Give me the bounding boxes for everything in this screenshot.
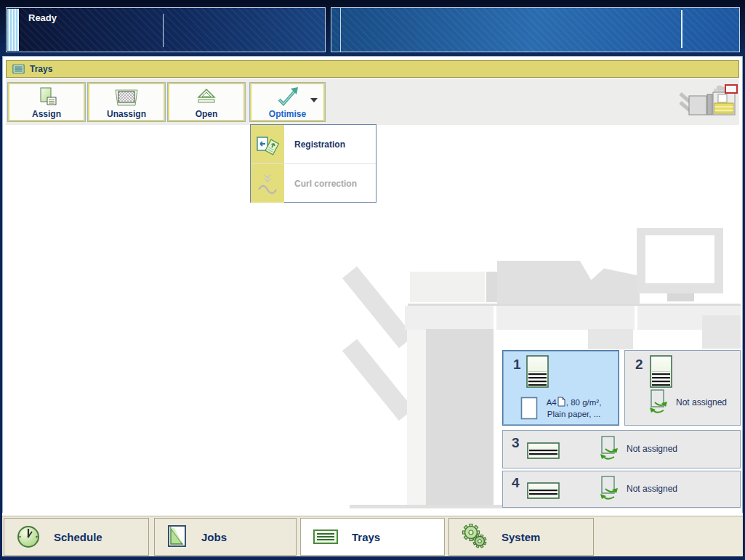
paper-stack-icon <box>650 355 673 389</box>
unassign-button-label: Unassign <box>107 109 146 119</box>
printer-feeder-arm-top <box>342 267 414 349</box>
status-panel-left: Ready <box>6 7 326 52</box>
optimise-button[interactable]: Optimise <box>250 83 325 121</box>
not-assigned-icon <box>599 435 619 463</box>
status-panel-divider <box>163 14 164 47</box>
printer-mid-patch <box>588 329 633 349</box>
registration-icon <box>256 133 279 156</box>
unassign-button[interactable]: Unassign <box>88 83 165 121</box>
not-assigned-icon <box>599 475 619 503</box>
tray-media-info: A4 , 80 g/m², Plain paper, ... <box>507 397 614 421</box>
printer-status-icon <box>677 83 738 119</box>
menu-item-label: Curl correction <box>294 179 357 189</box>
panel-title: Trays <box>30 64 52 74</box>
schedule-icon <box>16 524 41 549</box>
tab-label: System <box>502 531 540 543</box>
assign-button[interactable]: Assign <box>8 83 85 121</box>
tray-number: 4 <box>512 475 520 491</box>
trays-title-icon <box>12 64 25 74</box>
paper-stack-h-icon <box>527 442 560 460</box>
tray-status-label: Not assigned <box>627 484 677 494</box>
tray-number: 2 <box>635 357 643 373</box>
page-portrait-icon <box>520 397 538 420</box>
tray-panel-1[interactable]: 1 A4 <box>502 350 619 426</box>
curl-correction-icon <box>256 172 279 195</box>
tray-assignment: Not assigned <box>599 435 677 463</box>
optimise-icon <box>275 86 300 108</box>
status-stripes-decoration <box>7 9 19 51</box>
trays-tab-icon <box>313 527 339 547</box>
tray-assignment: Not assigned <box>599 475 677 503</box>
printer-top-box-divider <box>486 272 497 302</box>
tab-label: Schedule <box>54 531 102 543</box>
printer-right-block <box>702 315 741 349</box>
menu-item-label: Registration <box>294 139 345 150</box>
menu-icon-column <box>251 164 284 203</box>
open-button[interactable]: Open <box>168 83 245 121</box>
status-panel-right <box>331 7 740 52</box>
tab-label: Jobs <box>201 531 227 543</box>
tab-trays[interactable]: Trays <box>300 518 445 556</box>
media-size: A4 <box>547 398 557 407</box>
printer-monitor-stand <box>667 293 694 301</box>
printer-body-band <box>405 306 741 330</box>
unassign-icon <box>114 86 139 108</box>
menu-icon-column <box>251 125 284 163</box>
optimise-button-label: Optimise <box>269 109 306 119</box>
tray-panel-4[interactable]: 4 Not assigned <box>502 471 741 508</box>
tab-label: Trays <box>352 531 380 543</box>
assign-icon <box>35 86 58 108</box>
printer-engine-block <box>497 261 640 304</box>
status-panel-right-divider <box>681 10 682 48</box>
menu-item-curl-correction: Curl correction <box>251 163 376 203</box>
printer-band-gap <box>494 306 496 330</box>
panel-title-bar: Trays <box>6 60 739 78</box>
paper-stack-icon <box>526 355 549 389</box>
orientation-icon <box>557 397 565 407</box>
bottom-frame <box>0 556 745 560</box>
tray-panel-2[interactable]: 2 Not assigned <box>624 350 741 426</box>
status-panel-subdivider <box>340 8 341 52</box>
tray-status-label: Not assigned <box>676 397 727 407</box>
not-assigned-icon <box>648 389 669 416</box>
printer-column-light <box>407 306 426 508</box>
dropdown-caret-icon <box>310 98 318 102</box>
paper-stack-h-icon <box>527 482 560 500</box>
tab-schedule[interactable]: Schedule <box>4 518 149 556</box>
optimise-menu: Registration Curl correction <box>250 124 376 203</box>
printer-status-text: Ready <box>28 12 57 23</box>
status-bar: Ready <box>0 0 745 56</box>
menu-item-registration[interactable]: Registration <box>251 125 376 163</box>
media-weight: , 80 g/m², <box>566 398 602 407</box>
jobs-icon <box>166 524 188 549</box>
tab-system[interactable]: System <box>448 518 594 556</box>
trays-panel: Trays Assign Unassign <box>2 56 743 514</box>
tray-number: 3 <box>512 435 520 451</box>
printer-monitor <box>637 228 723 293</box>
printer-tower <box>426 329 494 508</box>
open-button-label: Open <box>196 109 218 119</box>
tray-panel-3[interactable]: 3 Not assigned <box>502 430 741 468</box>
system-gears-icon <box>461 524 488 550</box>
tray-status-label: Not assigned <box>627 444 677 454</box>
tab-bar: Schedule Jobs Trays <box>2 516 743 556</box>
tray-assignment: Not assigned <box>648 389 727 416</box>
tab-jobs[interactable]: Jobs <box>154 518 297 556</box>
tray-number: 1 <box>513 357 521 373</box>
media-type: Plain paper, ... <box>547 410 601 418</box>
assign-button-label: Assign <box>32 109 61 119</box>
printer-top-box <box>410 272 485 302</box>
printer-feeder-arm-bottom <box>342 339 414 421</box>
open-icon <box>196 86 217 108</box>
printer-band-gap <box>635 306 637 330</box>
